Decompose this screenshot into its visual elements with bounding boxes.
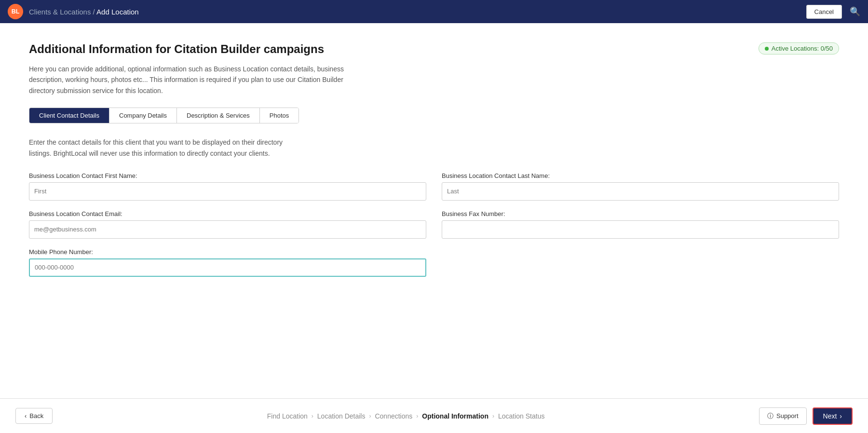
mobile-row: Mobile Phone Number: xyxy=(29,248,839,277)
page-description: Here you can provide additional, optiona… xyxy=(29,64,366,96)
support-label: Support xyxy=(776,412,799,419)
fax-label: Business Fax Number: xyxy=(442,210,839,217)
breadcrumb: Clients & Locations / Add Location xyxy=(29,8,139,16)
active-dot-icon xyxy=(765,47,769,51)
email-fax-row: Business Location Contact Email: Busines… xyxy=(29,210,839,239)
next-arrow-icon: › xyxy=(840,412,842,420)
next-button[interactable]: Next › xyxy=(813,407,853,425)
footer: ‹ Back Find Location › Location Details … xyxy=(0,398,868,433)
logo: BL xyxy=(8,4,23,19)
back-arrow-icon: ‹ xyxy=(25,412,27,419)
last-name-label: Business Location Contact Last Name: xyxy=(442,172,839,179)
last-name-input[interactable] xyxy=(442,182,839,201)
step-location-details[interactable]: Location Details xyxy=(317,412,366,420)
tab-photos[interactable]: Photos xyxy=(260,108,298,123)
fax-group: Business Fax Number: xyxy=(442,210,839,239)
breadcrumb-current: Add Location xyxy=(96,8,139,16)
mobile-input[interactable] xyxy=(29,258,426,277)
main-content: Additional Information for Citation Buil… xyxy=(0,23,868,398)
next-label: Next xyxy=(823,412,837,420)
support-icon: ⓘ xyxy=(767,412,773,420)
form-intro-text: Enter the contact details for this clien… xyxy=(29,137,289,159)
step-optional-information[interactable]: Optional Information xyxy=(422,412,488,420)
first-name-input[interactable] xyxy=(29,182,426,201)
email-label: Business Location Contact Email: xyxy=(29,210,426,217)
mobile-group: Mobile Phone Number: xyxy=(29,248,426,277)
search-icon[interactable]: 🔍 xyxy=(850,6,860,17)
footer-right: ⓘ Support Next › xyxy=(759,407,853,425)
tab-company-details[interactable]: Company Details xyxy=(109,108,177,123)
tab-description-services[interactable]: Description & Services xyxy=(177,108,260,123)
fax-input[interactable] xyxy=(442,220,839,239)
mobile-label: Mobile Phone Number: xyxy=(29,248,426,256)
app-header: BL Clients & Locations / Add Location Ca… xyxy=(0,0,868,23)
progress-steps: Find Location › Location Details › Conne… xyxy=(53,412,759,420)
svg-text:BL: BL xyxy=(12,8,20,15)
support-button[interactable]: ⓘ Support xyxy=(759,407,807,425)
tab-client-contact[interactable]: Client Contact Details xyxy=(29,108,109,123)
header-left: BL Clients & Locations / Add Location xyxy=(8,4,139,19)
first-name-label: Business Location Contact First Name: xyxy=(29,172,426,179)
step-find-location[interactable]: Find Location xyxy=(267,412,308,420)
email-group: Business Location Contact Email: xyxy=(29,210,426,239)
page-title: Additional Information for Citation Buil… xyxy=(29,42,324,56)
step-location-status[interactable]: Location Status xyxy=(498,412,545,420)
first-name-group: Business Location Contact First Name: xyxy=(29,172,426,201)
back-button[interactable]: ‹ Back xyxy=(15,408,53,424)
chevron-icon-4: › xyxy=(492,413,494,419)
chevron-icon-2: › xyxy=(369,413,371,419)
back-label: Back xyxy=(29,412,43,419)
name-row: Business Location Contact First Name: Bu… xyxy=(29,172,839,201)
active-locations-label: Active Locations: 0/50 xyxy=(772,45,833,52)
page-header: Additional Information for Citation Buil… xyxy=(29,42,839,56)
chevron-icon-3: › xyxy=(416,413,418,419)
email-input[interactable] xyxy=(29,220,426,239)
chevron-icon-1: › xyxy=(312,413,313,419)
cancel-button[interactable]: Cancel xyxy=(806,5,842,19)
active-locations-badge: Active Locations: 0/50 xyxy=(759,42,839,54)
last-name-group: Business Location Contact Last Name: xyxy=(442,172,839,201)
breadcrumb-parent[interactable]: Clients & Locations xyxy=(29,8,91,16)
tab-bar: Client Contact Details Company Details D… xyxy=(29,108,299,123)
breadcrumb-separator: / xyxy=(93,8,97,16)
step-connections[interactable]: Connections xyxy=(375,412,412,420)
